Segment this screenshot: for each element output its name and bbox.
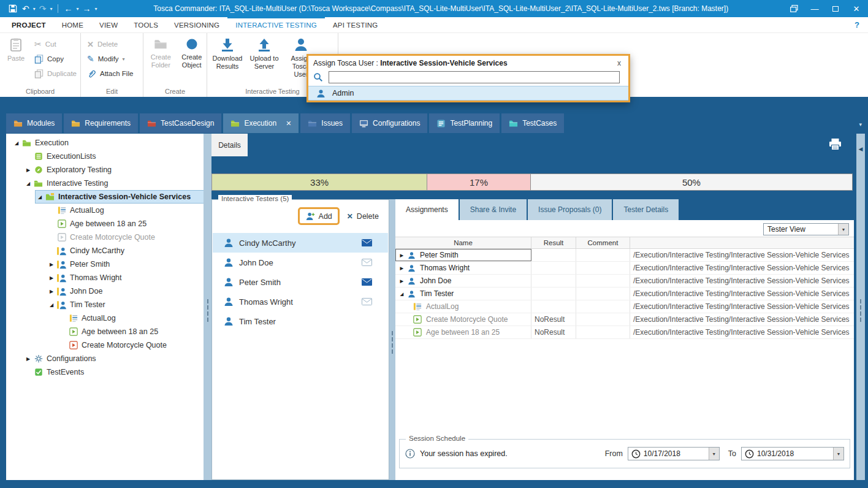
cell-name[interactable]: Create Motorcycle Quote (395, 313, 531, 326)
cell-comment[interactable] (576, 288, 630, 300)
tab-tester-details[interactable]: Tester Details (613, 199, 679, 220)
tree-expander-icon[interactable]: ▶ (24, 356, 32, 362)
cell-comment[interactable] (576, 249, 630, 261)
tree-expander-icon[interactable]: ◢ (12, 140, 21, 146)
minimize-button[interactable]: — (804, 1, 825, 17)
table-row-age-between-18-an-25[interactable]: Age between 18 an 25NoResult/Execution/I… (395, 326, 854, 339)
ribbon-tab-versioning[interactable]: VERSIONING (166, 17, 227, 32)
redo-icon[interactable]: ↷ (37, 4, 49, 13)
row-expander-icon[interactable]: ▶ (398, 265, 406, 271)
copy-button[interactable]: Copy (32, 51, 79, 66)
document-tab-testplanning[interactable]: TestPlanning (429, 113, 500, 133)
chevron-down-icon[interactable]: ▼ (838, 224, 848, 235)
tree-item-interactive-testing[interactable]: ◢Interactive Testing (6, 177, 204, 190)
document-tab-testcasedesign[interactable]: TestCaseDesign (140, 113, 221, 133)
tree-item-execution[interactable]: ◢Execution (6, 136, 204, 150)
tree-item-tim-tester[interactable]: ◢Tim Tester (6, 298, 204, 311)
cell-result[interactable] (531, 300, 576, 313)
tree-item-age-between-18-an-25[interactable]: Age between 18 an 25 (6, 325, 204, 338)
popup-result-admin[interactable]: Admin (308, 86, 628, 101)
redo-dropdown-icon[interactable]: ▾ (48, 6, 53, 12)
tree-item-executionlists[interactable]: ExecutionLists (6, 150, 204, 163)
ribbon-tab-tools[interactable]: TOOLS (126, 17, 166, 32)
tester-row-tim-tester[interactable]: Tim Tester (213, 311, 388, 331)
tester-view-select[interactable]: Tester View ▼ (763, 223, 849, 235)
row-expander-icon[interactable]: ▶ (398, 278, 406, 284)
save-icon[interactable] (6, 4, 20, 13)
cell-result[interactable] (531, 262, 576, 274)
create-object-button[interactable]: Create Object (178, 36, 206, 69)
duplicate-button[interactable]: Duplicate (32, 66, 79, 81)
tester-row-thomas-wright[interactable]: Thomas Wright (213, 292, 388, 311)
ribbon-tab-view[interactable]: VIEW (91, 17, 126, 32)
help-button[interactable]: ? (855, 20, 859, 29)
tab-details[interactable]: Details (211, 134, 248, 156)
ribbon-tab-api-testing[interactable]: API TESTING (325, 17, 386, 32)
column-header-result[interactable]: Result (531, 237, 576, 248)
ribbon-tab-interactive-testing[interactable]: INTERACTIVE TESTING (227, 17, 325, 32)
tree-expander-icon[interactable]: ▶ (47, 289, 56, 294)
cell-comment[interactable] (576, 275, 630, 287)
tester-row-peter-smith[interactable]: Peter Smith (213, 272, 388, 292)
modify-button[interactable]: ✎Modify▾ (85, 51, 135, 66)
cell-comment[interactable] (576, 313, 630, 326)
add-tester-button[interactable]: Add (300, 210, 337, 223)
collapse-panel-icon[interactable]: ◀ (859, 146, 863, 152)
tab-share-invite[interactable]: Share & Invite (460, 199, 527, 220)
user-search-input[interactable] (329, 71, 620, 83)
chevron-down-icon[interactable]: ▼ (833, 448, 843, 460)
print-icon[interactable] (829, 139, 842, 150)
ribbon-tab-home[interactable]: HOME (54, 17, 91, 32)
tree-item-interactive-session-vehicle-services[interactable]: ◢Interactive Session-Vehicle Services (6, 190, 204, 204)
cell-name[interactable]: ▶John Doe (395, 275, 531, 287)
download-results-button[interactable]: Download Results (211, 36, 244, 71)
tree-expander-icon[interactable]: ▶ (47, 262, 56, 267)
tree-item-actuallog[interactable]: ActualLog (6, 204, 204, 217)
ribbon-tab-project[interactable]: PROJECT (4, 17, 54, 32)
panel-splitter[interactable] (389, 199, 395, 480)
tab-assignments[interactable]: Assignments (395, 199, 459, 220)
tree-item-age-between-18-an-25[interactable]: Age between 18 an 25 (6, 217, 204, 231)
close-tab-icon[interactable]: ✕ (286, 120, 291, 128)
cell-name[interactable]: Age between 18 an 25 (395, 326, 531, 338)
tree-item-configurations[interactable]: ▶Configurations (6, 352, 204, 365)
tree-item-testevents[interactable]: TestEvents (6, 365, 204, 379)
row-expander-icon[interactable]: ▶ (398, 253, 406, 258)
create-folder-button[interactable]: Create Folder (147, 36, 175, 69)
cell-comment[interactable] (576, 262, 630, 274)
tree-item-cindy-mccarthy[interactable]: Cindy McCarthy (6, 244, 204, 257)
tree-item-actuallog[interactable]: ActualLog (6, 311, 204, 325)
upload-to-server-button[interactable]: Upload to Server (248, 36, 281, 71)
tester-row-cindy-mccarthy[interactable]: Cindy McCarthy (213, 233, 388, 253)
tree-expander-icon[interactable]: ▶ (24, 167, 32, 173)
column-header-comment[interactable]: Comment (576, 237, 630, 248)
cell-result[interactable]: NoResult (531, 313, 576, 326)
tree-expander-icon[interactable]: ▶ (47, 275, 56, 281)
from-date-picker[interactable]: 10/17/2018 ▼ (628, 447, 720, 460)
cell-result[interactable] (531, 249, 576, 261)
cell-name[interactable]: ▶Peter Smith (395, 249, 531, 261)
cell-comment[interactable] (576, 326, 630, 338)
back-dropdown-icon[interactable]: ▾ (75, 6, 80, 12)
delete-button[interactable]: ✕Delete (85, 37, 135, 51)
forward-dropdown-icon[interactable]: ▾ (94, 6, 99, 12)
table-row-tim-tester[interactable]: ◢Tim Tester/Execution/Interactive Testin… (395, 288, 854, 300)
float-window-icon[interactable] (783, 1, 804, 17)
navigate-forward-icon[interactable]: → (80, 4, 94, 13)
tree-item-peter-smith[interactable]: ▶Peter Smith (6, 257, 204, 271)
table-row-peter-smith[interactable]: ▶Peter Smith/Execution/Interactive Testi… (395, 249, 854, 262)
document-tab-testcases[interactable]: TestCases (501, 113, 564, 133)
right-splitter[interactable]: ◀ (856, 134, 865, 480)
cell-name[interactable]: ActualLog (395, 300, 531, 313)
popup-close-button[interactable]: x (615, 59, 623, 67)
cell-comment[interactable] (576, 300, 630, 313)
tree-item-thomas-wright[interactable]: ▶Thomas Wright (6, 271, 204, 284)
cell-name[interactable]: ◢Tim Tester (395, 288, 531, 300)
document-tab-execution[interactable]: Execution✕ (223, 113, 299, 133)
table-row-john-doe[interactable]: ▶John Doe/Execution/Interactive Testing/… (395, 275, 854, 288)
close-button[interactable]: ✕ (846, 1, 867, 17)
cell-result[interactable] (531, 275, 576, 287)
attach-file-button[interactable]: Attach File (85, 66, 135, 81)
tree-item-john-doe[interactable]: ▶John Doe (6, 284, 204, 298)
document-tab-modules[interactable]: Modules (6, 113, 62, 133)
